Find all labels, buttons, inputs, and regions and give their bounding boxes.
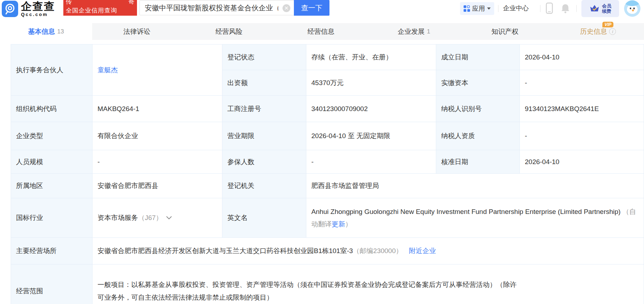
industry-name: 资本市场服务 (97, 213, 138, 222)
field-label-registration-authority: 登记机关 (222, 174, 306, 198)
field-value-company-type: 有限合伙企业 (93, 122, 222, 150)
basic-info-table: 执行事务合伙人 童艇杰 登记状态 存续（在营、开业、在册） 成立日期 2026-… (11, 44, 644, 304)
field-value-contribution: 45370万元 (306, 70, 436, 96)
address-zip: （邮编230000） (353, 246, 402, 256)
field-label-org-code: 组织机构代码 (11, 96, 93, 122)
field-value-region: 安徽省合肥市肥西县 (93, 174, 222, 198)
tab-operation-info[interactable]: 经营信息 (276, 23, 368, 40)
field-label-taxpayer-id: 纳税人识别号 (436, 96, 520, 122)
ad-char-left: 传 (66, 0, 72, 6)
avatar-hood (625, 0, 640, 6)
field-value-taxpayer-quality: - (520, 122, 644, 150)
member-renew-label: 会员 续费 (602, 3, 611, 14)
tab-operation-risk[interactable]: 经营风险 (184, 23, 276, 40)
field-value-business-address: 安徽省合肥市肥西县经济开发区创新大道与玉兰大道交口药谷科技创业园B1栋101室-… (93, 238, 644, 264)
translate-update-link[interactable]: 更新 (332, 220, 345, 228)
tab-intellectual-property[interactable]: 知识产权 (460, 23, 552, 40)
section-tabbar: 基本信息13 法律诉讼 经营风险 经营信息 企业发展1 知识产权 历史信息 VI… (0, 23, 644, 40)
ad-banner[interactable]: 传 奇 全国企业信用查询 (63, 0, 137, 16)
crown-icon (589, 4, 600, 13)
ad-banner-line1: 传 奇 (66, 0, 134, 6)
field-label-english-name: 英文名 (222, 198, 306, 238)
logo-domain: Qcc.com (21, 12, 55, 17)
ad-char-right: 奇 (128, 0, 134, 6)
field-value-org-code: MAKBQ264-1 (93, 96, 222, 122)
field-value-paid-in-capital: - (520, 70, 644, 96)
field-value-business-term: 2026-04-10 至 无固定期限 (306, 122, 436, 150)
apps-grid-icon (464, 5, 470, 12)
field-value-staff-size: - (93, 150, 222, 174)
field-value-insured-count: - (306, 150, 436, 174)
field-label-staff-size: 人员规模 (11, 150, 93, 174)
field-value-managing-partner: 童艇杰 (93, 44, 222, 96)
field-label-managing-partner: 执行事务合伙人 (11, 44, 93, 96)
address-text: 安徽省合肥市肥西县经济开发区创新大道与玉兰大道交口药谷科技创业园B1栋101室-… (97, 246, 353, 256)
field-label-industry: 国标行业 (11, 198, 93, 238)
field-value-registration-status: 存续（在营、开业、在册） (306, 44, 436, 70)
field-label-business-term: 营业期限 (222, 122, 306, 150)
business-scope-text: 一般项目：以私募基金从事股权投资、投资管理、资产管理等活动（须在中国证券投资基金… (97, 278, 521, 303)
user-avatar[interactable] (624, 0, 640, 17)
field-label-approval-date: 核准日期 (436, 150, 520, 174)
field-label-established-date: 成立日期 (436, 44, 520, 70)
chevron-down-icon[interactable] (166, 216, 172, 220)
qcc-logo-text: 企查查 Qcc.com (21, 1, 55, 17)
clear-icon[interactable]: ✕ (283, 4, 290, 12)
field-value-registration-number: 340123000709002 (306, 96, 436, 122)
top-header: 企查查 Qcc.com 传 奇 全国企业信用查询 ✕ 查一下 应用 (0, 0, 644, 23)
enterprise-center-link[interactable]: 企业中心 (503, 4, 529, 12)
header-divider (540, 5, 540, 12)
avatar-eye (630, 7, 631, 9)
field-label-insured-count: 参保人数 (222, 150, 306, 174)
avatar-beak (632, 10, 634, 12)
notification-bell-icon[interactable] (561, 4, 570, 14)
avatar-eye (633, 7, 635, 9)
field-label-company-type: 企业类型 (11, 122, 93, 150)
field-label-contribution: 出资额 (222, 70, 306, 96)
tab-history-info[interactable]: 历史信息 VIP i (552, 23, 644, 40)
qcc-logo[interactable]: 企查查 Qcc.com (2, 1, 55, 17)
field-value-approval-date: 2026-04-10 (520, 150, 644, 174)
search-input[interactable] (140, 1, 294, 15)
tab-basic-info[interactable]: 基本信息13 (0, 23, 92, 40)
field-label-region: 所属地区 (11, 174, 93, 198)
header-divider (498, 5, 498, 12)
managing-partner-link[interactable]: 童艇杰 (97, 65, 118, 75)
apps-menu[interactable]: 应用 (460, 2, 494, 15)
field-label-taxpayer-quality: 纳税人资质 (436, 122, 520, 150)
field-label-business-address: 主要经营场所 (11, 238, 93, 264)
header-divider (576, 5, 577, 12)
ad-banner-line2: 全国企业信用查询 (66, 6, 134, 15)
field-label-registration-number: 工商注册号 (222, 96, 306, 122)
field-value-registration-authority: 肥西县市场监督管理局 (306, 174, 644, 198)
english-name-text: Anhui Zhongping Guolongzhi New Equity In… (311, 208, 621, 215)
field-label-paid-in-capital: 实缴资本 (436, 70, 520, 96)
field-label-business-scope: 经营范围 (11, 264, 93, 304)
logo-name: 企查查 (21, 1, 55, 12)
field-value-business-scope: 一般项目：以私募基金从事股权投资、投资管理、资产管理等活动（须在中国证券投资基金… (93, 264, 644, 304)
mobile-phone-icon[interactable] (546, 2, 553, 14)
tab-company-development[interactable]: 企业发展1 (368, 23, 460, 40)
caret-down-icon (487, 7, 491, 10)
search-box: ✕ (139, 0, 294, 15)
field-label-registration-status: 登记状态 (222, 44, 306, 70)
member-renew-button[interactable]: 会员 续费 (581, 0, 619, 17)
tab-legal-litigation[interactable]: 法律诉讼 (92, 23, 184, 40)
industry-code: （J67） (138, 213, 163, 222)
field-value-established-date: 2026-04-10 (520, 44, 644, 70)
field-value-industry: 资本市场服务 （J67） (93, 198, 222, 238)
vip-badge: VIP (602, 22, 613, 27)
page: 企查查 Qcc.com 传 奇 全国企业信用查询 ✕ 查一下 应用 (0, 0, 644, 304)
qcc-logo-icon (2, 1, 18, 17)
apps-label: 应用 (472, 4, 485, 13)
field-value-english-name: Anhui Zhongping Guolongzhi New Equity In… (306, 198, 644, 238)
search-button[interactable]: 查一下 (294, 0, 329, 16)
field-value-taxpayer-id: 91340123MAKBQ2641E (520, 96, 644, 122)
info-icon: i (609, 28, 616, 35)
nearby-companies-link[interactable]: 附近企业 (409, 246, 436, 256)
